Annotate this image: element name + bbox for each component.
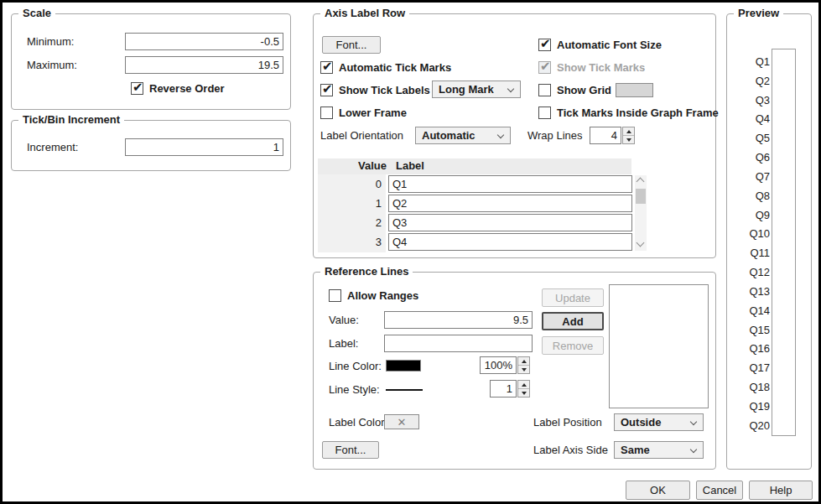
value-column-header: Value [318, 159, 387, 172]
table-scrollbar[interactable] [635, 175, 647, 251]
label-axis-side-dropdown[interactable]: Same [614, 441, 704, 459]
ref-value-label: Value: [329, 311, 359, 329]
preview-tick-label: Q8 [756, 190, 770, 203]
label-orientation-value: Automatic [422, 129, 475, 142]
allow-ranges-checkbox[interactable] [329, 289, 341, 302]
preview-tick-label: Q10 [749, 227, 770, 241]
tick-marks-inside-label: Tick Marks Inside Graph Frame [557, 107, 719, 120]
wrap-lines-input[interactable] [590, 127, 621, 144]
chevron-down-icon [507, 86, 514, 92]
label-orientation-dropdown[interactable]: Automatic [415, 127, 511, 144]
tick-bin-increment-group: Tick/Bin Increment Increment: [11, 120, 291, 171]
line-color-swatch[interactable] [386, 360, 421, 372]
show-tick-marks-label: Show Tick Marks [557, 61, 645, 75]
axis-settings-dialog: Scale Minimum: Maximum: Reverse Order Ti… [0, 0, 821, 504]
show-tick-marks-checkbox [538, 61, 551, 74]
reference-lines-listbox[interactable] [609, 284, 709, 408]
axis-label-row-group: Axis Label Row Font... Automatic Tick Ma… [313, 13, 716, 258]
line-width-spinner[interactable] [517, 380, 530, 397]
preview-tick-label: Q14 [749, 304, 770, 318]
cancel-button[interactable]: Cancel [696, 481, 743, 500]
maximum-input[interactable] [125, 56, 283, 74]
lower-frame-checkbox[interactable] [320, 107, 333, 119]
automatic-font-size-checkbox[interactable] [538, 39, 551, 51]
spinner-up-button[interactable] [518, 381, 529, 388]
ref-label-input[interactable] [384, 335, 533, 352]
table-row-value: 1 [318, 195, 385, 212]
minimum-input[interactable] [125, 33, 283, 50]
show-tick-labels-label: Show Tick Labels [339, 84, 430, 97]
chevron-down-icon [690, 446, 697, 453]
scrollbar-thumb[interactable] [636, 189, 646, 204]
spinner-down-button[interactable] [518, 365, 529, 373]
tick-label-style-dropdown[interactable]: Long Mark [432, 81, 521, 98]
axis-label-row-title: Axis Label Row [320, 7, 409, 19]
scale-group: Scale Minimum: Maximum: Reverse Order [11, 13, 291, 110]
label-color-swatch[interactable]: ✕ [384, 414, 419, 429]
tick-bin-increment-title: Tick/Bin Increment [18, 113, 124, 126]
allow-ranges-label: Allow Ranges [347, 289, 418, 303]
chevron-down-icon [690, 418, 697, 425]
preview-tick-label: Q11 [750, 247, 770, 260]
minimum-label: Minimum: [27, 33, 74, 50]
line-width-input[interactable] [490, 380, 517, 397]
spinner-down-button[interactable] [518, 388, 529, 397]
preview-axis-frame [772, 49, 796, 436]
arrow-down-icon [522, 392, 527, 395]
label-axis-side-value: Same [621, 444, 650, 456]
ok-button[interactable]: OK [626, 481, 690, 500]
scroll-up-icon[interactable] [637, 178, 645, 186]
table-row-label-input[interactable] [388, 175, 632, 193]
preview-tick-label: Q15 [749, 324, 770, 337]
show-tick-labels-checkbox[interactable] [320, 84, 333, 96]
reference-lines-title: Reference Lines [320, 265, 413, 278]
spinner-up-button[interactable] [623, 127, 634, 135]
update-button: Update [542, 288, 604, 307]
table-row-label-input[interactable] [388, 195, 632, 212]
preview-tick-label: Q7 [756, 170, 770, 184]
show-grid-checkbox[interactable] [538, 84, 551, 96]
automatic-tick-marks-checkbox[interactable] [320, 61, 333, 74]
line-style-label: Line Style: [329, 381, 380, 398]
ref-font-button[interactable]: Font... [322, 441, 379, 459]
preview-tick-label: Q3 [756, 94, 770, 107]
table-row-label-input[interactable] [388, 214, 632, 231]
reverse-order-checkbox[interactable] [131, 82, 143, 95]
label-color-label: Label Color [329, 413, 385, 431]
increment-label: Increment: [27, 138, 78, 156]
line-style-sample[interactable] [386, 389, 423, 391]
label-position-value: Outside [621, 416, 661, 429]
table-row-value: 2 [318, 214, 385, 231]
show-grid-label: Show Grid [557, 84, 611, 97]
increment-input[interactable] [125, 138, 283, 156]
tick-label-style-value: Long Mark [439, 83, 494, 96]
preview-tick-label: Q9 [756, 209, 770, 222]
wrap-lines-spinner[interactable] [622, 127, 635, 144]
preview-tick-label: Q17 [749, 361, 770, 375]
tick-marks-inside-checkbox[interactable] [538, 107, 551, 119]
ref-label-label: Label: [329, 335, 358, 352]
grid-color-swatch[interactable] [616, 83, 653, 97]
label-position-dropdown[interactable]: Outside [614, 413, 704, 431]
preview-title: Preview [734, 7, 783, 19]
preview-tick-label: Q5 [756, 132, 770, 145]
label-position-label: Label Position [533, 413, 602, 431]
preview-tick-label: Q20 [749, 419, 770, 433]
add-button[interactable]: Add [542, 312, 604, 330]
spinner-up-button[interactable] [518, 357, 529, 365]
scroll-down-icon[interactable] [637, 239, 645, 247]
ref-value-input[interactable] [384, 311, 533, 329]
help-button[interactable]: Help [749, 481, 813, 500]
axis-font-button[interactable]: Font... [322, 36, 381, 54]
line-opacity-spinner[interactable] [517, 356, 530, 374]
label-column-header: Label [396, 159, 424, 172]
table-row-label-input[interactable] [388, 233, 632, 251]
arrow-down-icon [522, 368, 527, 372]
line-color-label: Line Color: [329, 357, 382, 375]
label-orientation-label: Label Orientation [320, 127, 403, 144]
scale-group-title: Scale [18, 7, 55, 19]
line-opacity-input[interactable] [480, 356, 517, 374]
spinner-down-button[interactable] [623, 135, 634, 143]
maximum-label: Maximum: [27, 56, 77, 74]
preview-tick-label: Q16 [749, 342, 770, 356]
